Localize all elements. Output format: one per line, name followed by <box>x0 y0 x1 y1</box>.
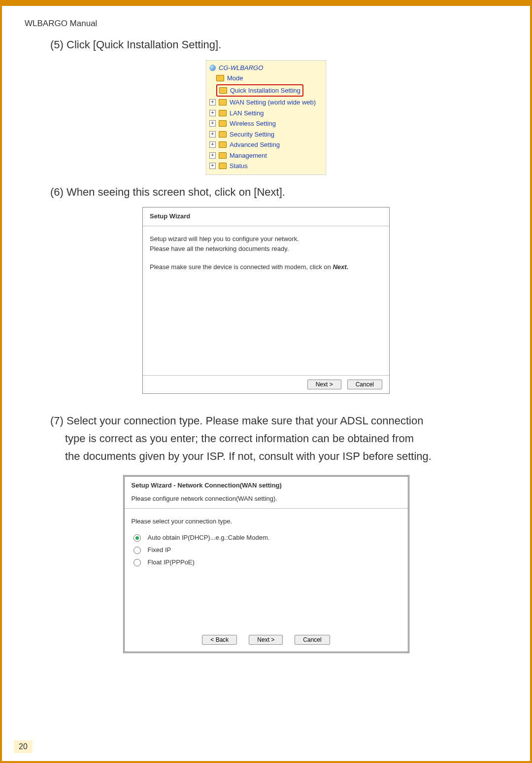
next-button[interactable]: Next > <box>249 635 283 645</box>
tree-root-label: CG-WLBARGO <box>219 63 263 73</box>
expand-icon: + <box>209 141 216 148</box>
setup-wizard-dialog: Setup Wizard Setup wizard will hlep you … <box>142 207 390 394</box>
expand-icon: + <box>209 131 216 138</box>
next-button[interactable]: Next > <box>307 380 341 389</box>
step-5-text: (5) Click [Quick Installation Setting]. <box>50 37 494 52</box>
dialog-body: Please select your connection type. Auto… <box>125 509 408 630</box>
tree-item-label: WAN Setting (world wide web) <box>230 98 316 107</box>
step-6-text: (6) When seeing this screen shot, click … <box>50 185 494 200</box>
folder-icon <box>219 141 227 148</box>
radio-icon <box>133 547 141 554</box>
option-dhcp[interactable]: Auto obtain IP(DHCP)...e.g.:Cable Modem. <box>133 532 401 544</box>
folder-icon <box>219 120 227 127</box>
dialog-title: Setup Wizard <box>143 208 389 226</box>
expand-icon: + <box>209 99 216 105</box>
option-pppoe[interactable]: Float IP(PPPoE) <box>133 556 401 569</box>
expand-icon: + <box>209 120 216 127</box>
tree-item-security: + Security Setting <box>209 129 323 140</box>
wizard-line2: Please have all the networking documents… <box>150 245 289 252</box>
option-label: Float IP(PPPoE) <box>148 556 195 569</box>
radio-selected-icon <box>133 534 141 542</box>
tree-item-management: + Management <box>209 150 323 161</box>
tree-item-status: + Status <box>209 161 323 172</box>
folder-icon <box>219 99 227 105</box>
option-label: Fixed IP <box>148 544 171 556</box>
tree-item-label: Management <box>230 151 267 161</box>
folder-icon <box>219 87 227 94</box>
tree-item-label: Security Setting <box>230 130 274 139</box>
expand-icon: + <box>209 152 216 159</box>
folder-icon <box>219 152 227 159</box>
cancel-button[interactable]: Cancel <box>347 380 382 389</box>
option-label: Auto obtain IP(DHCP)...e.g.:Cable Modem. <box>148 532 270 544</box>
dialog-footer: Next > Cancel <box>143 375 389 393</box>
folder-icon <box>216 75 224 81</box>
tree-item-label: Wireless Setting <box>230 119 276 129</box>
step-7-text-line1: (7) Select your connection type. Please … <box>50 414 494 428</box>
tree-item-lan: + LAN Setting <box>209 108 323 119</box>
tree-item-label: Status <box>230 161 248 171</box>
tree-item-advanced: + Advanced Setting <box>209 139 323 150</box>
back-button[interactable]: < Back <box>202 635 237 645</box>
step-7-text-line3: the documents given by your ISP. If not,… <box>65 449 508 464</box>
navigation-tree-figure: CG-WLBARGO Mode Quick Installation Setti… <box>206 60 326 175</box>
manual-title: WLBARGO Manual <box>25 19 516 29</box>
step-7-text-line2: type is correct as you enter; the correc… <box>65 431 508 446</box>
cancel-button[interactable]: Cancel <box>295 635 330 645</box>
connection-type-intro: Please select your connection type. <box>132 518 401 526</box>
folder-icon <box>219 131 227 138</box>
folder-icon <box>219 110 227 116</box>
wan-setting-dialog: Setup Wizard - Network Connection(WAN se… <box>123 475 409 653</box>
radio-icon <box>133 559 141 566</box>
highlighted-item: Quick Installation Setting <box>216 84 303 97</box>
tree-item-label: Mode <box>227 73 243 83</box>
dialog-footer: < Back Next > Cancel <box>125 630 408 652</box>
tree-item-mode: Mode <box>216 73 323 84</box>
tree-item-wireless: + Wireless Setting <box>209 118 323 129</box>
wizard-line1: Setup wizard will hlep you to configure … <box>150 235 299 243</box>
tree-item-label: Quick Installation Setting <box>230 86 300 96</box>
expand-icon: + <box>209 110 216 116</box>
dialog-title: Setup Wizard - Network Connection(WAN se… <box>125 477 408 492</box>
tree-item-label: LAN Setting <box>230 108 264 118</box>
tree-item-wan: + WAN Setting (world wide web) <box>209 97 323 108</box>
page-number: 20 <box>14 740 33 753</box>
expand-icon: + <box>209 163 216 169</box>
dialog-body: Setup wizard will hlep you to configure … <box>143 226 389 375</box>
wizard-line3-pre: Please make sure the device is connected… <box>150 263 332 271</box>
tree-item-quick-install: Quick Installation Setting <box>216 84 323 98</box>
option-fixed-ip[interactable]: Fixed IP <box>133 544 401 556</box>
dialog-subtitle: Please configure network connection(WAN … <box>125 492 408 509</box>
folder-icon <box>219 163 227 169</box>
tree-root: CG-WLBARGO <box>209 63 323 73</box>
wizard-line3-bold: Next. <box>332 263 348 271</box>
globe-icon <box>209 65 216 71</box>
tree-item-label: Advanced Setting <box>230 140 280 150</box>
